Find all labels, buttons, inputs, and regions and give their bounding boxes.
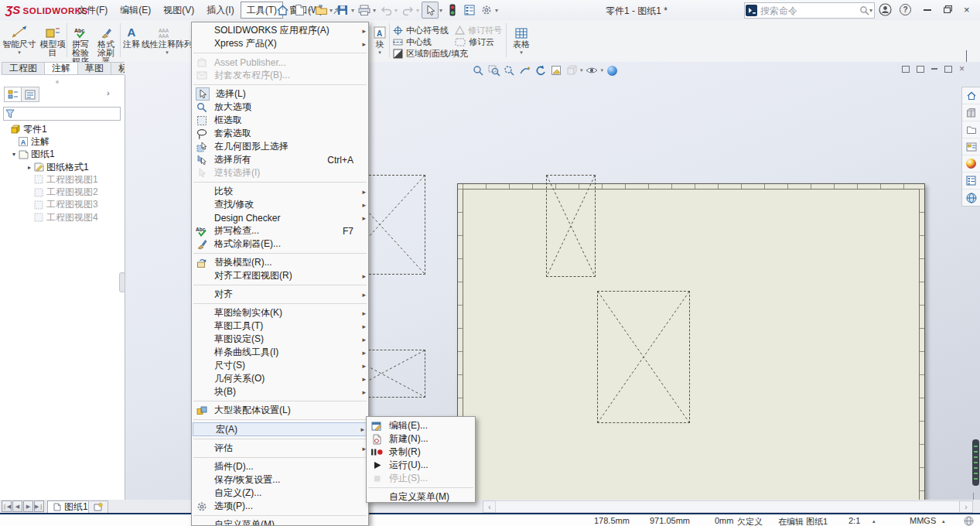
menu-item[interactable]: 评估 ▸ — [192, 442, 368, 455]
rotate-view-icon[interactable] — [534, 64, 547, 77]
tree-item[interactable]: 工程图视图4 — [0, 211, 124, 224]
solidworks-forum-icon[interactable] — [962, 190, 980, 206]
print-dropdown-icon[interactable]: ▾ — [373, 7, 376, 14]
revision-symbol-button[interactable]: 修订符号 — [455, 25, 502, 36]
task-list-icon[interactable] — [462, 2, 477, 18]
menu-item[interactable]: Abc 拼写检查... F7 — [192, 224, 368, 237]
revision-cloud-button[interactable]: 修订云 — [455, 36, 494, 47]
menu-item[interactable]: 草图工具(T) ▸ — [192, 319, 368, 333]
select-cursor-icon[interactable] — [422, 2, 439, 19]
model-items-button[interactable]: 模型项目 — [39, 22, 67, 57]
menu-item[interactable]: Xpress 产品(X) ▸ — [192, 37, 368, 50]
display-pane-tab[interactable] — [21, 87, 39, 102]
sheet-tab-active[interactable]: 图纸1 — [47, 500, 94, 514]
undo-icon[interactable] — [378, 2, 394, 18]
zoom-selection-icon[interactable] — [503, 64, 516, 77]
menu-item[interactable]: Design Checker ▸ — [192, 211, 368, 224]
menu-item[interactable]: 样条曲线工具(I) ▸ — [192, 346, 368, 359]
menu-item[interactable]: 选择所有 Ctrl+A — [192, 153, 368, 166]
view-settings-icon[interactable] — [606, 64, 619, 77]
note-button[interactable]: A 注释 — [121, 22, 142, 49]
tree-item[interactable]: 工程图视图1 — [0, 173, 124, 186]
tree-filter[interactable] — [3, 107, 121, 121]
center-mark-button[interactable]: 中心符号线 — [393, 25, 449, 36]
save-icon[interactable] — [335, 2, 350, 18]
drawing-view-placeholder-3[interactable] — [597, 291, 690, 423]
menu-item[interactable]: 块(B) ▸ — [192, 385, 368, 398]
window-minimize-icon[interactable] — [931, 68, 937, 70]
close-icon[interactable]: × — [964, 5, 970, 15]
menu-item[interactable]: 格式涂刷器(E)... — [192, 237, 368, 251]
menu-item[interactable]: 框选取 — [192, 114, 368, 127]
menu-file[interactable]: 文件(F) — [71, 2, 114, 19]
menu-item[interactable]: 几何关系(O) ▸ — [192, 372, 368, 385]
last-sheet-icon[interactable]: ▶❘ — [34, 500, 44, 512]
menu-item[interactable]: Asset Publisher... — [192, 56, 368, 69]
menu-item[interactable]: 自定义菜单(M) — [192, 518, 368, 526]
menu-insert[interactable]: 插入(I) — [200, 2, 240, 19]
panel-expand-icon[interactable]: › — [107, 88, 110, 97]
filter-input[interactable] — [16, 108, 120, 121]
menu-item[interactable]: 停止(S)... — [367, 472, 475, 485]
menu-item[interactable]: 保存/恢复设置... — [192, 473, 368, 487]
search-input[interactable] — [758, 5, 859, 16]
format-painter-button[interactable]: 格式涂刷器 — [93, 22, 119, 66]
menu-item[interactable]: 录制(R) — [367, 446, 475, 459]
menu-item[interactable]: 比较 ▸ — [192, 185, 368, 198]
menu-item[interactable]: 运行(U)... — [367, 459, 475, 472]
menu-item[interactable]: 查找/修改 ▸ — [192, 198, 368, 211]
hide-show-dropdown-icon[interactable]: ▾ — [601, 67, 604, 73]
prev-sheet-icon[interactable]: ◀ — [12, 500, 22, 512]
menu-item[interactable]: 封套发布程序(B)... — [192, 69, 368, 82]
horizontal-scrollbar-track[interactable] — [495, 500, 961, 513]
menu-item[interactable]: 在几何图形上选择 — [192, 140, 368, 153]
sheet-properties-icon[interactable] — [549, 64, 562, 77]
block-button[interactable]: A 块 ▾ — [370, 22, 390, 56]
design-library-icon[interactable] — [962, 121, 980, 138]
account-icon[interactable] — [879, 3, 892, 16]
panel-splitter-handle[interactable] — [119, 272, 125, 292]
menu-item[interactable]: 选项(P)... — [192, 500, 368, 513]
tab-1[interactable]: 注解 — [44, 62, 78, 75]
home-tab-icon[interactable] — [962, 87, 980, 104]
menu-item[interactable]: 编辑(E)... — [367, 419, 475, 432]
first-sheet-icon[interactable]: ❘◀ — [2, 500, 12, 512]
print-icon[interactable] — [357, 2, 372, 18]
menu-item[interactable]: 自定义(Z)... — [192, 487, 368, 500]
menu-item[interactable]: 草图绘制实体(K) ▸ — [192, 306, 368, 319]
options-gear-icon[interactable] — [479, 2, 494, 18]
tree-item[interactable]: A 注解 — [0, 135, 124, 148]
restore-icon[interactable] — [944, 5, 952, 13]
hscroll-right-icon[interactable]: › — [959, 500, 973, 513]
minimize-icon[interactable] — [924, 9, 931, 11]
display-style-icon[interactable] — [565, 64, 578, 77]
menu-item[interactable]: SOLIDWORKS 应用程序(A) ▸ — [192, 24, 368, 37]
zoom-fit-icon[interactable] — [472, 64, 485, 77]
new-dropdown-icon[interactable]: ▾ — [308, 7, 311, 14]
menu-item[interactable]: 大型装配体设置(L) — [192, 404, 368, 417]
units-dropdown-icon[interactable]: ▴ — [942, 518, 945, 524]
tree-item[interactable]: ▸ 图纸格式1 — [0, 161, 124, 173]
window-frame-icon[interactable] — [902, 66, 910, 73]
menu-edit[interactable]: 编辑(E) — [114, 2, 157, 19]
area-hatch-button[interactable]: 区域剖面线/填充 — [393, 48, 468, 59]
search-dropdown-icon[interactable]: ▾ — [869, 7, 872, 14]
smart-dimension-dropdown-icon[interactable]: ▾ — [18, 50, 21, 56]
menu-item[interactable]: 新建(N)... — [367, 432, 475, 446]
menu-item[interactable]: 套索选取 — [192, 127, 368, 140]
tree-expander-icon[interactable]: ▸ — [26, 164, 33, 171]
menu-item[interactable]: 放大选项 — [192, 101, 368, 114]
status-sheet-scale[interactable]: 2:1 — [849, 516, 860, 525]
command-search[interactable]: ▾ — [744, 2, 875, 19]
gear-dropdown-icon[interactable]: ▾ — [495, 7, 498, 14]
hide-show-items-icon[interactable] — [586, 64, 599, 77]
tree-expander-icon[interactable]: ▾ — [10, 151, 18, 158]
select-dropdown-icon[interactable]: ▾ — [439, 7, 442, 14]
vertical-scrollbar-thumb[interactable] — [972, 439, 979, 486]
block-dropdown-icon[interactable]: ▾ — [378, 50, 381, 56]
table-dropdown-icon[interactable]: ▾ — [520, 50, 523, 56]
file-explorer-icon[interactable] — [962, 138, 980, 155]
tree-item[interactable]: 零件1 — [0, 123, 124, 135]
table-button[interactable]: 表格 ▾ — [509, 22, 534, 56]
drawing-view-placeholder-2[interactable] — [546, 175, 596, 277]
